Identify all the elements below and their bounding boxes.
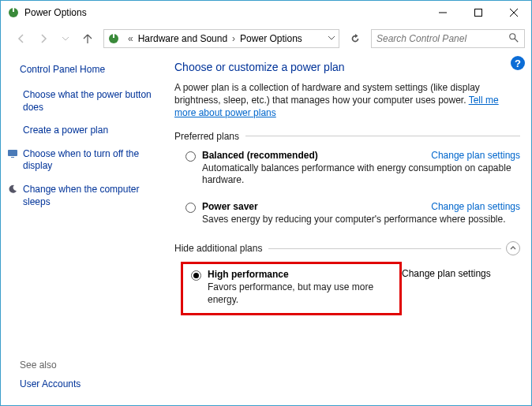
up-button[interactable] (78, 29, 97, 48)
highlighted-plan-box: High performance Favors performance, but… (181, 262, 402, 315)
preferred-plans-header: Preferred plans (174, 131, 520, 142)
plan-name[interactable]: Balanced (recommended) (202, 150, 318, 161)
sidebar-item-create-plan[interactable]: Create a power plan (23, 125, 159, 137)
chevron-down-icon[interactable] (328, 33, 335, 44)
window-title: Power Options (24, 7, 425, 18)
collapse-button[interactable] (506, 241, 520, 255)
change-plan-settings-link[interactable]: Change plan settings (431, 150, 520, 161)
power-options-icon (7, 6, 20, 19)
hide-additional-header: Hide additional plans (174, 241, 520, 255)
plan-description: Saves energy by reducing your computer's… (202, 214, 520, 226)
svg-rect-10 (8, 150, 17, 156)
main: ? Choose or customize a power plan A pow… (167, 53, 531, 405)
control-panel-home-link[interactable]: Control Panel Home (20, 64, 159, 75)
sidebar-item-sleep[interactable]: Change when the computer sleeps (7, 184, 159, 208)
change-plan-settings-link[interactable]: Change plan settings (431, 201, 520, 212)
svg-rect-3 (474, 9, 481, 17)
titlebar: Power Options (1, 1, 531, 24)
breadcrumb-hardware[interactable]: Hardware and Sound (138, 33, 227, 44)
breadcrumb[interactable]: « Hardware and Sound › Power Options (103, 29, 339, 48)
change-plan-settings-link[interactable]: Change plan settings (402, 268, 491, 279)
close-button[interactable] (496, 2, 531, 24)
divider (245, 136, 520, 136)
hide-additional-label[interactable]: Hide additional plans (174, 243, 262, 254)
see-also: See also User Accounts (20, 359, 81, 389)
help-icon[interactable]: ? (511, 56, 525, 70)
refresh-button[interactable] (346, 29, 365, 48)
minimize-button[interactable] (425, 2, 460, 24)
svg-rect-1 (13, 8, 14, 12)
navbar: « Hardware and Sound › Power Options (1, 24, 531, 53)
svg-line-9 (515, 38, 518, 41)
breadcrumb-separator: « (128, 33, 133, 44)
moon-icon (7, 184, 18, 197)
radio-balanced[interactable] (185, 151, 196, 162)
description-text: A power plan is a collection of hardware… (174, 82, 480, 106)
breadcrumb-power[interactable]: Power Options (240, 33, 302, 44)
search-box[interactable] (371, 29, 525, 48)
plan-description: Automatically balances performance with … (202, 162, 520, 187)
display-icon (7, 148, 18, 162)
svg-rect-11 (11, 157, 14, 158)
radio-power-saver[interactable] (185, 203, 196, 213)
sidebar-item-label: Choose what the power button does (23, 89, 159, 114)
sidebar: Control Panel Home Choose what the power… (1, 53, 167, 405)
svg-point-8 (510, 33, 515, 39)
sidebar-item-label: Choose when to turn off the display (23, 148, 159, 173)
maximize-button[interactable] (460, 2, 496, 24)
divider (268, 248, 501, 249)
plan-balanced: Balanced (recommended) Change plan setti… (185, 150, 520, 187)
sidebar-item-label: Create a power plan (23, 125, 108, 137)
page-heading: Choose or customize a power plan (174, 61, 520, 73)
page-description: A power plan is a collection of hardware… (174, 81, 520, 120)
see-also-header: See also (20, 359, 81, 371)
recent-locations-button[interactable] (56, 29, 75, 48)
chevron-right-icon: › (232, 33, 235, 44)
breadcrumb-icon (107, 32, 120, 45)
content: Control Panel Home Choose what the power… (1, 53, 531, 405)
plan-name[interactable]: Power saver (202, 201, 258, 212)
user-accounts-link[interactable]: User Accounts (20, 378, 81, 389)
plan-power-saver: Power saver Change plan settings Saves e… (185, 201, 520, 226)
window: Power Options « Hardware and Sound › Pow… (0, 0, 532, 406)
back-button[interactable] (12, 29, 31, 48)
preferred-plans-label: Preferred plans (174, 131, 239, 142)
plan-high-performance: High performance Favors performance, but… (191, 269, 396, 306)
sidebar-item-turn-off-display[interactable]: Choose when to turn off the display (7, 148, 159, 173)
sidebar-item-label: Change when the computer sleeps (23, 184, 159, 208)
plan-description: Favors performance, but may use more ene… (208, 281, 396, 306)
search-icon[interactable] (508, 32, 519, 46)
plan-name[interactable]: High performance (208, 269, 289, 280)
forward-button[interactable] (34, 29, 53, 48)
radio-high-performance[interactable] (191, 270, 201, 281)
search-input[interactable] (377, 33, 508, 44)
sidebar-item-power-button[interactable]: Choose what the power button does (23, 89, 159, 114)
svg-rect-7 (113, 34, 114, 38)
